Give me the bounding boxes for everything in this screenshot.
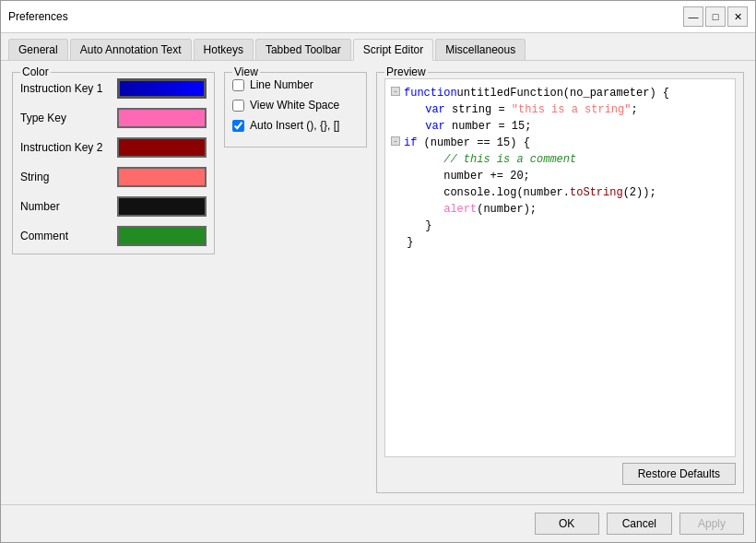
line-spacer-6 <box>391 169 403 184</box>
color-row-number: Number <box>20 196 207 217</box>
color-row-string: String <box>20 167 207 187</box>
line-spacer-7 <box>391 185 403 201</box>
checkbox-view-whitespace-label: View White Space <box>250 99 339 112</box>
content-area: Color Instruction Key 1 Type Key Instruc… <box>1 61 755 504</box>
code-line-1: - function untitledFunction(no_parameter… <box>391 85 729 101</box>
line-spacer-8 <box>391 202 403 218</box>
preferences-dialog: Preferences — □ ✕ General Auto Annotatio… <box>0 0 756 543</box>
color-label-number: Number <box>20 200 110 213</box>
tab-miscellaneous[interactable]: Miscellaneous <box>435 39 526 60</box>
checkbox-view-whitespace[interactable]: View White Space <box>232 99 359 112</box>
dialog-title: Preferences <box>8 10 68 23</box>
minimize-button[interactable]: — <box>683 6 703 27</box>
color-row-instruction-key-2: Instruction Key 2 <box>20 137 207 158</box>
color-panel-title: Color <box>20 65 51 78</box>
tab-hotkeys[interactable]: Hotkeys <box>194 39 254 60</box>
tab-script-editor[interactable]: Script Editor <box>353 39 433 61</box>
color-row-instruction-key-1: Instruction Key 1 <box>20 78 207 99</box>
tab-tabbed-toolbar[interactable]: Tabbed Toolbar <box>255 39 351 60</box>
color-label-instruction-key-1: Instruction Key 1 <box>20 82 110 95</box>
code-line-4: - if (number == 15) { <box>391 135 729 151</box>
checkbox-view-whitespace-input[interactable] <box>232 100 244 112</box>
color-swatch-number[interactable] <box>117 196 207 217</box>
code-line-6: number += 20; <box>391 168 729 184</box>
checkbox-line-number-label: Line Number <box>250 78 313 91</box>
cancel-button[interactable]: Cancel <box>607 513 672 535</box>
line-spacer-3 <box>391 119 403 135</box>
color-label-instruction-key-2: Instruction Key 2 <box>20 141 110 154</box>
collapse-marker-1[interactable]: - <box>391 87 400 96</box>
apply-button[interactable]: Apply <box>679 513 744 535</box>
checkbox-auto-insert-label: Auto Insert (), {}, [] <box>250 119 339 132</box>
code-preview: - function untitledFunction(no_parameter… <box>384 78 736 457</box>
color-row-type-key: Type Key <box>20 108 207 128</box>
code-line-10: } <box>391 234 729 251</box>
view-panel: View Line Number View White Space Auto I… <box>224 72 367 148</box>
color-row-comment: Comment <box>20 226 207 246</box>
bottom-bar: OK Cancel Apply <box>1 504 755 542</box>
checkbox-auto-insert[interactable]: Auto Insert (), {}, [] <box>232 119 359 132</box>
code-line-7: console.log(number.toString(2)); <box>391 184 729 201</box>
color-swatch-comment[interactable] <box>117 226 207 246</box>
color-swatch-string[interactable] <box>117 167 207 187</box>
line-spacer-5 <box>391 152 403 168</box>
tab-auto-annotation[interactable]: Auto Annotation Text <box>70 39 192 60</box>
color-label-type-key: Type Key <box>20 112 110 124</box>
line-spacer-2 <box>391 102 403 118</box>
line-spacer-10 <box>391 235 403 251</box>
code-line-9: } <box>391 218 729 234</box>
code-line-8: alert(number); <box>391 201 729 218</box>
preview-panel: Preview - function untitledFunction(no_p… <box>376 72 744 493</box>
tab-general[interactable]: General <box>8 39 68 60</box>
collapse-marker-4[interactable]: - <box>391 136 400 146</box>
checkbox-auto-insert-input[interactable] <box>232 120 244 132</box>
color-swatch-instruction-key-1[interactable] <box>117 78 207 99</box>
maximize-button[interactable]: □ <box>705 6 726 27</box>
title-bar-controls: — □ ✕ <box>683 6 748 27</box>
title-bar: Preferences — □ ✕ <box>1 1 755 33</box>
code-line-5: // this is a comment <box>391 151 729 168</box>
color-swatch-type-key[interactable] <box>117 108 207 128</box>
restore-defaults-area: Restore Defaults <box>384 457 736 485</box>
code-line-2: var string = "this is a string"; <box>391 101 729 118</box>
close-button[interactable]: ✕ <box>727 6 748 27</box>
checkbox-line-number-input[interactable] <box>232 79 244 91</box>
preview-panel-title: Preview <box>384 65 428 78</box>
color-label-string: String <box>20 171 110 183</box>
code-line-3: var number = 15; <box>391 118 729 135</box>
line-spacer-9 <box>391 218 403 234</box>
color-swatch-instruction-key-2[interactable] <box>117 137 207 158</box>
color-label-comment: Comment <box>20 230 110 242</box>
view-panel-title: View <box>232 65 260 78</box>
color-panel: Color Instruction Key 1 Type Key Instruc… <box>12 72 215 254</box>
ok-button[interactable]: OK <box>535 513 599 535</box>
checkbox-line-number[interactable]: Line Number <box>232 78 359 91</box>
tabs-row: General Auto Annotation Text Hotkeys Tab… <box>1 33 755 61</box>
restore-defaults-button[interactable]: Restore Defaults <box>622 463 736 485</box>
